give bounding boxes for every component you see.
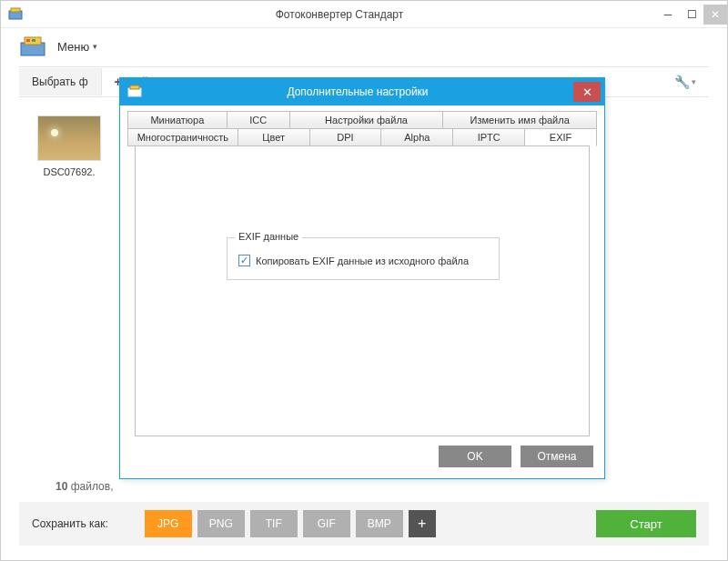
format-bmp[interactable]: BMP bbox=[356, 510, 403, 537]
format-group: JPG PNG TIF GIF BMP + bbox=[145, 510, 436, 537]
dialog-title: Дополнительные настройки bbox=[142, 85, 573, 98]
start-button[interactable]: Старт bbox=[596, 510, 696, 537]
settings-button[interactable]: 🔧 ▾ bbox=[662, 67, 709, 96]
save-as-label: Сохранить как: bbox=[32, 517, 108, 530]
menu-button[interactable]: Меню ▾ bbox=[57, 40, 97, 54]
settings-dialog: Дополнительные настройки ✕ Миниатюра ICC… bbox=[119, 77, 605, 479]
tab-iptc[interactable]: IPTC bbox=[453, 128, 525, 146]
checkbox-label: Копировать EXIF данные из исходного файл… bbox=[256, 255, 469, 266]
chevron-down-icon: ▾ bbox=[93, 42, 97, 51]
tab-body: EXIF данные ✓ Копировать EXIF данные из … bbox=[135, 145, 590, 436]
thumbnail-image bbox=[37, 115, 101, 161]
checkbox-row[interactable]: ✓ Копировать EXIF данные из исходного фа… bbox=[238, 255, 488, 266]
format-tif[interactable]: TIF bbox=[250, 510, 298, 537]
svg-rect-1 bbox=[11, 8, 20, 12]
tab-color[interactable]: Цвет bbox=[238, 128, 310, 146]
format-png[interactable]: PNG bbox=[197, 510, 245, 537]
file-count-suffix: файлов, bbox=[67, 480, 113, 493]
format-gif[interactable]: GIF bbox=[303, 510, 350, 537]
copy-exif-checkbox[interactable]: ✓ bbox=[238, 255, 250, 266]
exif-fieldset: EXIF данные ✓ Копировать EXIF данные из … bbox=[227, 237, 500, 280]
menu-label: Меню bbox=[57, 40, 89, 54]
svg-rect-5 bbox=[32, 39, 35, 42]
thumbnail-label: DSC07692. bbox=[28, 166, 110, 177]
status-text: 10 файлов, bbox=[56, 480, 113, 493]
dialog-buttons: OK Отмена bbox=[120, 446, 604, 478]
app-icon bbox=[127, 85, 142, 99]
main-toolbar: Меню ▾ bbox=[1, 28, 727, 61]
tab-alpha[interactable]: Alpha bbox=[381, 128, 453, 146]
tab-exif[interactable]: EXIF bbox=[525, 128, 597, 146]
svg-rect-4 bbox=[26, 39, 30, 42]
app-logo-icon bbox=[19, 35, 46, 57]
tab-multipage[interactable]: Многостраничность bbox=[127, 128, 238, 146]
dialog-titlebar: Дополнительные настройки ✕ bbox=[120, 78, 604, 105]
window-controls: ─ ☐ ✕ bbox=[656, 5, 727, 25]
maximize-button[interactable]: ☐ bbox=[680, 5, 703, 25]
tab-thumbnail[interactable]: Миниатюра bbox=[127, 111, 228, 129]
ok-button[interactable]: OK bbox=[439, 446, 511, 467]
file-count: 10 bbox=[56, 480, 67, 493]
app-icon bbox=[8, 7, 23, 22]
tab-file-settings[interactable]: Настройки файла bbox=[290, 111, 444, 129]
wrench-icon: 🔧 bbox=[674, 75, 690, 89]
format-add-button[interactable]: + bbox=[409, 510, 436, 537]
fieldset-legend: EXIF данные bbox=[235, 231, 302, 242]
bottom-bar: Сохранить как: JPG PNG TIF GIF BMP + Ста… bbox=[19, 502, 709, 546]
chevron-down-icon: ▾ bbox=[692, 77, 696, 86]
dialog-close-button[interactable]: ✕ bbox=[573, 82, 601, 102]
select-files-button[interactable]: Выбрать ф bbox=[19, 68, 102, 95]
titlebar: Фотоконвертер Стандарт ─ ☐ ✕ bbox=[1, 1, 727, 28]
tab-icc[interactable]: ICC bbox=[228, 111, 290, 129]
tabstrip: Миниатюра ICC Настройки файла Изменить и… bbox=[120, 105, 604, 436]
close-button[interactable]: ✕ bbox=[703, 5, 727, 25]
tab-rename[interactable]: Изменить имя файла bbox=[443, 111, 597, 129]
tab-dpi[interactable]: DPI bbox=[310, 128, 382, 146]
cancel-button[interactable]: Отмена bbox=[521, 446, 593, 467]
svg-rect-7 bbox=[130, 85, 139, 89]
minimize-button[interactable]: ─ bbox=[656, 5, 680, 25]
format-jpg[interactable]: JPG bbox=[145, 510, 192, 537]
thumbnail-item[interactable]: DSC07692. bbox=[28, 115, 110, 177]
window-title: Фотоконвертер Стандарт bbox=[23, 8, 656, 21]
